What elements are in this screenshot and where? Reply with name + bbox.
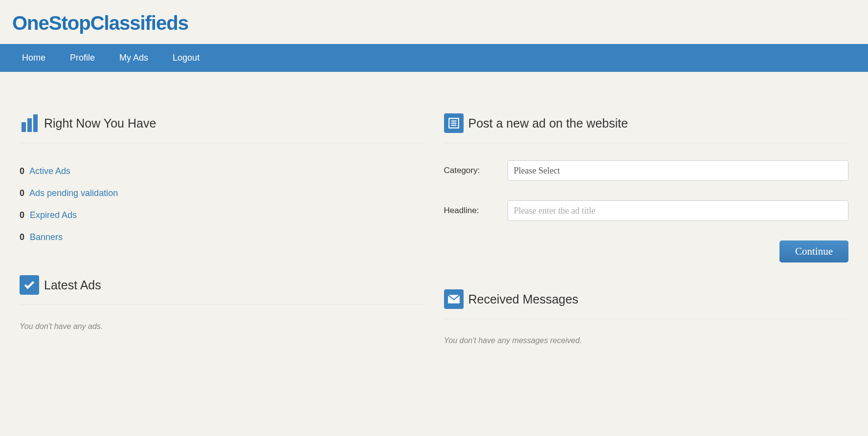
headline-input[interactable] — [508, 200, 849, 221]
category-label: Category: — [444, 166, 508, 175]
logo-part1: One — [12, 12, 49, 34]
stats-heading: Right Now You Have — [44, 116, 156, 131]
messages-heading: Received Messages — [468, 292, 579, 306]
stat-row: 0 Ads pending validation — [20, 182, 424, 204]
logo-part2: Stop — [49, 12, 90, 34]
banners-link[interactable]: Banners — [30, 232, 63, 242]
messages-empty: You don't have any messages received. — [444, 336, 849, 345]
nav-logout[interactable]: Logout — [160, 44, 212, 72]
envelope-icon — [444, 289, 464, 309]
expired-ads-link[interactable]: Expired Ads — [30, 210, 77, 220]
bar-chart-icon — [20, 113, 39, 133]
stat-row: 0 Active Ads — [20, 160, 424, 182]
stat-count: 0 — [20, 232, 24, 242]
continue-button[interactable]: Continue — [779, 240, 848, 262]
headline-label: Headline: — [444, 206, 508, 216]
post-ad-heading: Post a new ad on the website — [468, 116, 628, 131]
logo-part3: Classifieds — [90, 12, 188, 34]
post-ad-section: Post a new ad on the website Category: P… — [444, 113, 849, 262]
stat-count: 0 — [20, 166, 24, 176]
latest-ads-section: Latest Ads You don't have any ads. — [20, 275, 424, 331]
list-icon — [444, 113, 464, 133]
nav-profile[interactable]: Profile — [58, 44, 107, 72]
stat-row: 0 Banners — [20, 226, 424, 248]
category-select[interactable]: Please Select — [508, 160, 849, 181]
stat-count: 0 — [20, 188, 24, 198]
site-logo[interactable]: OneStopClassifieds — [12, 12, 856, 34]
active-ads-link[interactable]: Active Ads — [29, 166, 70, 176]
nav-home[interactable]: Home — [10, 44, 58, 72]
main-nav: Home Profile My Ads Logout — [0, 44, 868, 72]
latest-ads-heading: Latest Ads — [44, 278, 101, 292]
messages-section: Received Messages You don't have any mes… — [444, 289, 849, 345]
stat-count: 0 — [20, 210, 24, 220]
stats-section: Right Now You Have 0 Active Ads 0 Ads pe… — [20, 113, 424, 248]
latest-ads-empty: You don't have any ads. — [20, 322, 424, 331]
stat-row: 0 Expired Ads — [20, 204, 424, 226]
nav-my-ads[interactable]: My Ads — [107, 44, 160, 72]
checkmark-icon — [20, 275, 39, 295]
pending-ads-link[interactable]: Ads pending validation — [29, 188, 118, 198]
